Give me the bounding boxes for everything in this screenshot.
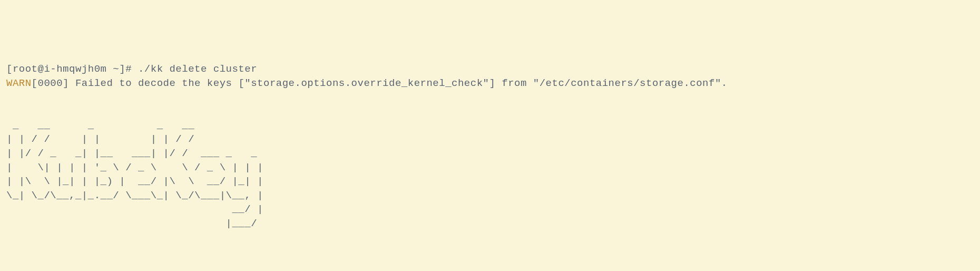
warn-bracket: [0000] bbox=[32, 78, 69, 89]
ascii-art-logo: _ __ _ _ __ | | / / | | | | / / | |/ / _… bbox=[6, 120, 263, 229]
warn-label: WARN bbox=[6, 78, 32, 89]
warn-message: Failed to decode the keys ["storage.opti… bbox=[69, 78, 728, 89]
terminal-prompt: [root@i-hmqwjh0m ~]# ./kk delete cluster bbox=[6, 63, 257, 75]
